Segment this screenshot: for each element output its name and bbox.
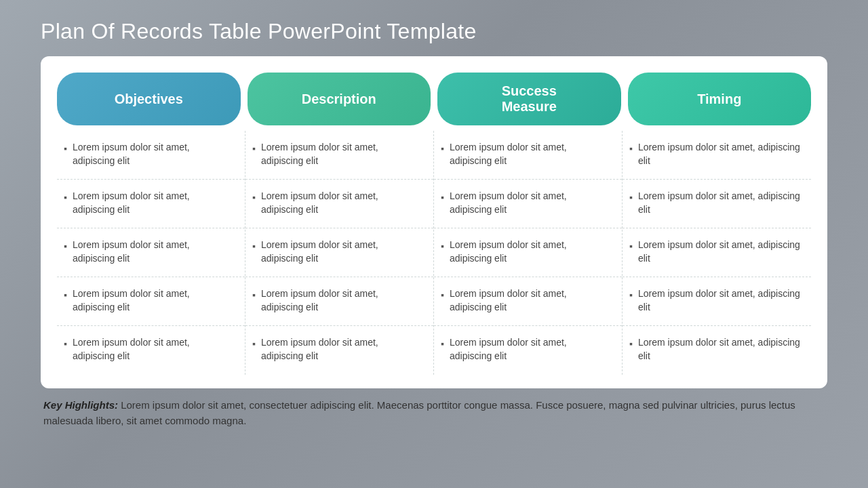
table-row: ▪ Lorem ipsum dolor sit amet, adipiscing…	[623, 326, 811, 375]
col-objectives: ▪ Lorem ipsum dolor sit amet, adipiscing…	[57, 131, 245, 375]
cell-text: Lorem ipsum dolor sit amet, adipiscing e…	[450, 189, 611, 217]
cell-text: Lorem ipsum dolor sit amet, adipiscing e…	[450, 238, 611, 266]
bullet-icon: ▪	[64, 142, 67, 155]
bullet-icon: ▪	[629, 288, 633, 302]
table-row: ▪ Lorem ipsum dolor sit amet, adipiscing…	[245, 131, 433, 180]
cell-text: Lorem ipsum dolor sit amet, adipiscing e…	[450, 336, 611, 363]
table-row: ▪ Lorem ipsum dolor sit amet, adipiscing…	[57, 326, 245, 375]
cell-text: Lorem ipsum dolor sit amet, adipiscing e…	[73, 287, 234, 314]
bullet-icon: ▪	[64, 239, 67, 253]
bullet-icon: ▪	[441, 239, 444, 253]
table-row: ▪ Lorem ipsum dolor sit amet, adipiscing…	[245, 277, 433, 326]
bullet-icon: ▪	[252, 190, 256, 204]
table-row: ▪ Lorem ipsum dolor sit amet, adipiscing…	[434, 228, 622, 277]
table-row: ▪ Lorem ipsum dolor sit amet, adipiscing…	[434, 277, 622, 326]
table-row: ▪ Lorem ipsum dolor sit amet, adipiscing…	[623, 228, 811, 277]
header-success: Success Measure	[437, 73, 621, 125]
table-row: ▪ Lorem ipsum dolor sit amet, adipiscing…	[434, 131, 622, 180]
main-card: Objectives Description Success Measure T…	[41, 56, 827, 388]
bullet-icon: ▪	[64, 337, 67, 350]
col-success: ▪ Lorem ipsum dolor sit amet, adipiscing…	[434, 131, 623, 375]
table-row: ▪ Lorem ipsum dolor sit amet, adipiscing…	[623, 131, 811, 180]
table-row: ▪ Lorem ipsum dolor sit amet, adipiscing…	[623, 180, 811, 228]
cell-text: Lorem ipsum dolor sit amet, adipiscing e…	[261, 189, 422, 217]
cell-text: Lorem ipsum dolor sit amet, adipiscing e…	[450, 287, 611, 314]
cell-text: Lorem ipsum dolor sit amet, adipiscing e…	[261, 238, 422, 266]
header-objectives: Objectives	[57, 73, 241, 125]
cell-text: Lorem ipsum dolor sit amet, adipiscing e…	[261, 336, 422, 363]
table-row: ▪ Lorem ipsum dolor sit amet, adipiscing…	[434, 180, 622, 228]
table-row: ▪ Lorem ipsum dolor sit amet, adipiscing…	[245, 326, 433, 375]
cell-text: Lorem ipsum dolor sit amet, adipiscing e…	[638, 336, 800, 363]
bullet-icon: ▪	[629, 337, 633, 350]
cell-text: Lorem ipsum dolor sit amet, adipiscing e…	[638, 287, 800, 314]
table-row: ▪ Lorem ipsum dolor sit amet, adipiscing…	[245, 228, 433, 277]
bullet-icon: ▪	[252, 142, 256, 155]
bullet-icon: ▪	[252, 239, 256, 253]
cell-text: Lorem ipsum dolor sit amet, adipiscing e…	[73, 238, 234, 266]
bullet-icon: ▪	[629, 190, 633, 204]
cell-text: Lorem ipsum dolor sit amet, adipiscing e…	[638, 140, 800, 168]
bullet-icon: ▪	[629, 142, 633, 155]
bullet-icon: ▪	[252, 337, 256, 350]
cell-text: Lorem ipsum dolor sit amet, adipiscing e…	[261, 140, 422, 168]
bullet-icon: ▪	[441, 337, 444, 350]
bullet-icon: ▪	[64, 190, 67, 204]
table-row: ▪ Lorem ipsum dolor sit amet, adipiscing…	[57, 277, 245, 326]
col-description: ▪ Lorem ipsum dolor sit amet, adipiscing…	[245, 131, 434, 375]
table-body: ▪ Lorem ipsum dolor sit amet, adipiscing…	[57, 131, 811, 375]
bullet-icon: ▪	[441, 190, 444, 204]
table-row: ▪ Lorem ipsum dolor sit amet, adipiscing…	[623, 277, 811, 326]
col-timing: ▪ Lorem ipsum dolor sit amet, adipiscing…	[623, 131, 811, 375]
header-description: Description	[248, 73, 431, 125]
bullet-icon: ▪	[629, 239, 633, 253]
table-header: Objectives Description Success Measure T…	[57, 73, 811, 125]
cell-text: Lorem ipsum dolor sit amet, adipiscing e…	[73, 189, 234, 217]
cell-text: Lorem ipsum dolor sit amet, adipiscing e…	[73, 140, 234, 168]
table-row: ▪ Lorem ipsum dolor sit amet, adipiscing…	[57, 131, 245, 180]
cell-text: Lorem ipsum dolor sit amet, adipiscing e…	[73, 336, 234, 363]
table-row: ▪ Lorem ipsum dolor sit amet, adipiscing…	[57, 180, 245, 228]
bullet-icon: ▪	[252, 288, 256, 302]
cell-text: Lorem ipsum dolor sit amet, adipiscing e…	[261, 287, 422, 314]
table-row: ▪ Lorem ipsum dolor sit amet, adipiscing…	[434, 326, 622, 375]
slide-title: Plan Of Records Table PowerPoint Templat…	[0, 0, 517, 56]
key-highlights-label: Key Highlights:	[43, 399, 118, 411]
table-row: ▪ Lorem ipsum dolor sit amet, adipiscing…	[245, 180, 433, 228]
cell-text: Lorem ipsum dolor sit amet, adipiscing e…	[450, 140, 611, 168]
cell-text: Lorem ipsum dolor sit amet, adipiscing e…	[638, 189, 800, 217]
key-highlights: Key Highlights: Lorem ipsum dolor sit am…	[41, 398, 827, 428]
cell-text: Lorem ipsum dolor sit amet, adipiscing e…	[638, 238, 800, 266]
key-highlights-text: Lorem ipsum dolor sit amet, consectetuer…	[43, 399, 795, 426]
bullet-icon: ▪	[64, 288, 67, 302]
header-timing: Timing	[628, 73, 812, 125]
bullet-icon: ▪	[441, 288, 444, 302]
bullet-icon: ▪	[441, 142, 444, 155]
table-row: ▪ Lorem ipsum dolor sit amet, adipiscing…	[57, 228, 245, 277]
